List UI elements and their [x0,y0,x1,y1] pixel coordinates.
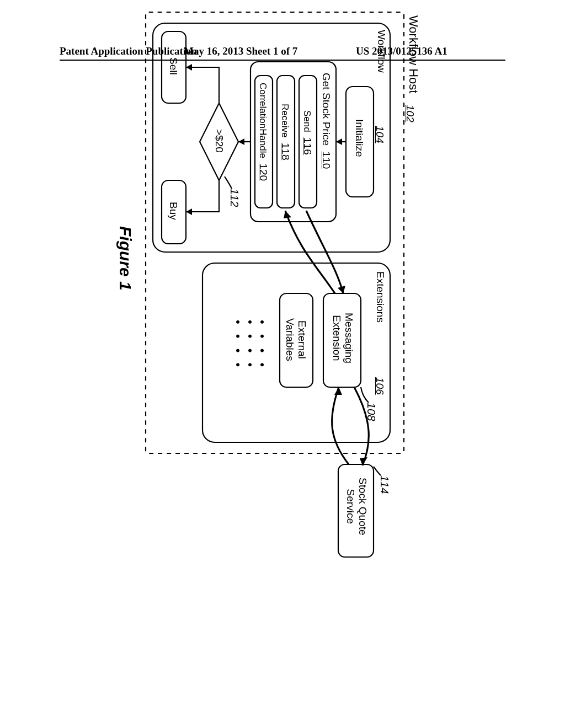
stock-service-label: Stock Quote Service [344,478,369,536]
arrowhead-6b [334,387,342,395]
arrowhead-5a [338,286,345,293]
workflow-panel-label: Workflow [375,30,387,73]
leader-108 [361,387,369,403]
decision-label: >$20 [213,129,225,153]
arrowhead-2 [238,138,244,145]
receive-label: Receive 118 [279,104,291,160]
get-stock-price-label: Get Stock Price 110 [320,73,332,169]
ref-114: 114 [378,475,391,494]
initialize-label: Initialize [353,119,365,157]
figure-svg [128,0,437,580]
arrowhead-4 [186,208,192,215]
external-vars-label: External Variables [284,318,308,361]
workflow-host-box [146,12,404,453]
messaging-ext-label: Messaging Extension [331,313,355,363]
arrow-decision-to-buy [186,180,219,212]
extensions-panel-label: Extensions [374,271,386,323]
page: Patent Application Publication May 16, 2… [0,0,565,728]
leader-112 [225,176,232,189]
ref-108: 108 [365,403,377,421]
buy-label: Buy [167,202,179,220]
arrowhead-3 [186,64,192,71]
sell-label: Sell [167,57,179,75]
ellipsis-row-3: • • • • [231,320,245,370]
ref-106: 106 [374,377,386,395]
ref-112: 112 [228,189,241,207]
figure-caption: Figure 1 [116,226,135,291]
arrow-decision-to-sell [186,67,219,103]
ref-104: 104 [374,126,386,143]
arrowhead-1 [336,138,342,145]
leader-114 [374,467,381,475]
workflow-host-title: Workflow Host [406,15,420,93]
send-label: Send 116 [301,110,313,155]
figure-scene: Workflow Host Workflow Initialize Get St… [128,0,437,580]
ref-102: 102 [404,105,417,122]
correlation-label: CorrelationHandle 120 [257,83,269,181]
